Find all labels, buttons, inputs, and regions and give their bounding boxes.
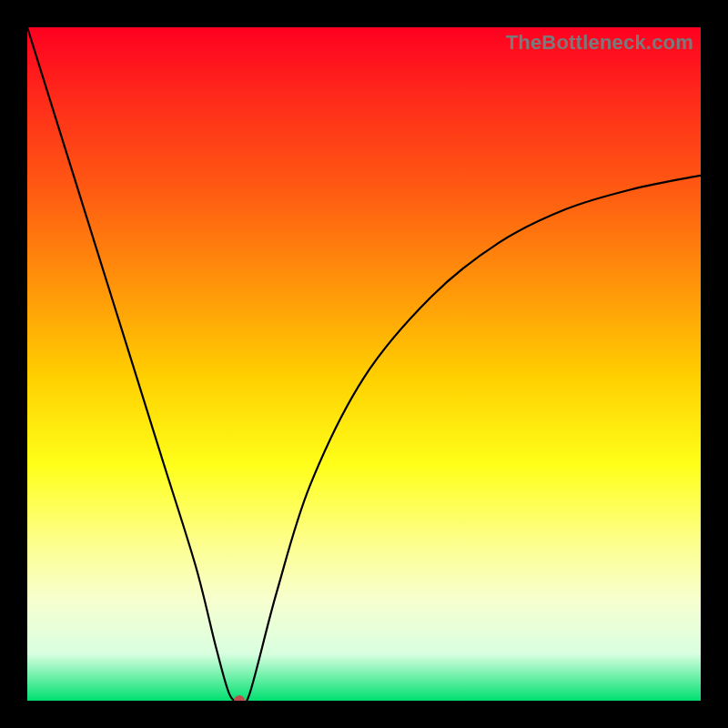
bottleneck-curve (27, 27, 701, 701)
plot-area: TheBottleneck.com (27, 27, 701, 701)
chart-frame: TheBottleneck.com (0, 0, 728, 728)
minimum-marker (234, 695, 245, 701)
curve-svg (27, 27, 701, 701)
